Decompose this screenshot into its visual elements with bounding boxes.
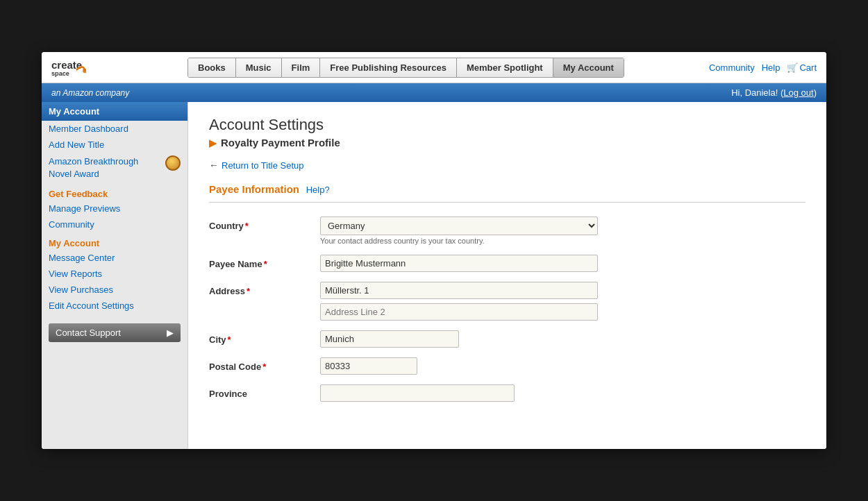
page-title: Account Settings	[209, 116, 806, 134]
contact-support-button[interactable]: Contact Support ▶	[49, 323, 181, 342]
createspace-logo-icon: create space	[51, 58, 86, 77]
breadcrumb: ← Return to Title Setup	[209, 160, 806, 171]
province-field	[320, 384, 598, 402]
city-field-row: City*	[209, 330, 806, 348]
nav-free-publishing[interactable]: Free Publishing Resources	[320, 58, 457, 77]
postal-code-field-row: Postal Code*	[209, 357, 806, 375]
address-field-row: Address*	[209, 282, 806, 321]
nav-my-account[interactable]: My Account	[553, 58, 624, 77]
sidebar-my-account-section: My Account	[42, 232, 187, 250]
blue-banner: an Amazon company Hi, Daniela! (Log out)	[42, 83, 826, 102]
sidebar-manage-previews[interactable]: Manage Previews	[42, 201, 187, 216]
subtitle-arrow-icon: ▶	[209, 137, 217, 148]
browser-window: create space Books Music Film Free Publi…	[42, 52, 826, 449]
logo-img-row: create space	[51, 58, 89, 77]
country-label-text: Country	[209, 221, 244, 231]
award-badge-icon	[165, 155, 181, 173]
main-content: Account Settings ▶ Royalty Payment Profi…	[187, 102, 826, 449]
svg-point-2	[83, 69, 86, 74]
country-required-star: *	[245, 221, 249, 231]
address-required-star: *	[247, 286, 250, 296]
postal-code-required-star: *	[262, 362, 266, 372]
sidebar-view-reports[interactable]: View Reports	[42, 266, 187, 282]
content-area: My Account Member Dashboard Add New Titl…	[42, 102, 826, 449]
cart-label: Cart	[799, 62, 817, 73]
greeting-name: Hi, Daniela!	[731, 87, 778, 98]
country-field: Germany United States United Kingdom Fra…	[320, 216, 598, 245]
postal-code-label-text: Postal Code	[209, 362, 261, 372]
province-label: Province	[209, 384, 320, 399]
payee-name-field	[320, 255, 598, 272]
address-line2-wrapper	[320, 303, 598, 321]
postal-code-field	[320, 357, 598, 375]
address-label-text: Address	[209, 286, 245, 296]
province-label-text: Province	[209, 389, 247, 399]
city-label-text: City	[209, 334, 226, 345]
community-link[interactable]: Community	[709, 62, 755, 73]
page-subtitle-text: Royalty Payment Profile	[221, 137, 340, 148]
city-label: City*	[209, 330, 320, 345]
amazon-award-row: Amazon Breakthrough Novel Award	[42, 153, 187, 183]
nav-music[interactable]: Music	[236, 58, 282, 77]
country-field-row: Country* Germany United States United Ki…	[209, 216, 806, 245]
main-nav-bar: Books Music Film Free Publishing Resourc…	[187, 58, 826, 78]
sidebar-add-new-title[interactable]: Add New Title	[42, 137, 187, 153]
payee-form: Country* Germany United States United Ki…	[209, 216, 806, 402]
sidebar-message-center[interactable]: Message Center	[42, 250, 187, 266]
logo-area: create space	[42, 52, 187, 83]
contact-support-arrow-icon: ▶	[167, 328, 174, 338]
postal-code-input[interactable]	[320, 357, 417, 375]
sidebar-edit-account-settings[interactable]: Edit Account Settings	[42, 298, 187, 314]
amazon-award-link[interactable]: Amazon Breakthrough Novel Award	[49, 155, 161, 180]
address-line1-input[interactable]	[320, 282, 598, 299]
sidebar-community[interactable]: Community	[42, 216, 187, 232]
payee-name-input[interactable]	[320, 255, 598, 272]
province-field-row: Province	[209, 384, 806, 402]
country-label: Country*	[209, 216, 320, 231]
sidebar-member-dashboard[interactable]: Member Dashboard	[42, 121, 187, 137]
payee-name-label: Payee Name*	[209, 255, 320, 269]
payee-name-field-row: Payee Name*	[209, 255, 806, 272]
top-right-links: Community Help 🛒Cart	[709, 62, 826, 73]
payee-help-link[interactable]: Help?	[306, 185, 330, 195]
page-subtitle-row: ▶ Royalty Payment Profile	[209, 137, 806, 148]
payee-name-label-text: Payee Name	[209, 259, 262, 269]
svg-text:space: space	[51, 70, 69, 77]
logout-link[interactable]: Log out	[783, 87, 813, 98]
province-input[interactable]	[320, 384, 515, 402]
address-label: Address*	[209, 282, 320, 296]
address-line2-input[interactable]	[320, 303, 598, 321]
payee-section-label: Payee Information	[209, 183, 299, 195]
amazon-company-label: an Amazon company	[51, 88, 129, 98]
city-field	[320, 330, 598, 348]
address-field	[320, 282, 598, 321]
main-nav-links: Books Music Film Free Publishing Resourc…	[187, 58, 624, 78]
city-input[interactable]	[320, 330, 459, 348]
payee-name-required-star: *	[264, 259, 267, 269]
greeting-text: Hi, Daniela! (Log out)	[731, 87, 817, 98]
sidebar: My Account Member Dashboard Add New Titl…	[42, 102, 187, 449]
nav-books[interactable]: Books	[188, 58, 236, 77]
cart-icon: 🛒	[787, 62, 798, 73]
payee-section-header: Payee Information Help?	[209, 183, 806, 203]
sidebar-get-feedback-header: Get Feedback	[42, 183, 187, 201]
cart-link[interactable]: 🛒Cart	[787, 62, 817, 73]
contact-support-label: Contact Support	[56, 328, 121, 338]
country-select[interactable]: Germany United States United Kingdom Fra…	[320, 216, 598, 235]
help-link[interactable]: Help	[762, 62, 781, 73]
postal-code-label: Postal Code*	[209, 357, 320, 372]
sidebar-my-account-header: My Account	[42, 102, 187, 121]
logo-container: create space	[51, 58, 89, 77]
nav-film[interactable]: Film	[282, 58, 321, 77]
back-arrow-icon: ←	[209, 160, 219, 171]
city-required-star: *	[228, 334, 231, 345]
top-navigation: create space Books Music Film Free Publi…	[42, 52, 826, 83]
return-to-title-setup-link[interactable]: Return to Title Setup	[222, 160, 304, 171]
nav-member-spotlight[interactable]: Member Spotlight	[457, 58, 553, 77]
sidebar-view-purchases[interactable]: View Purchases	[42, 282, 187, 298]
country-hint: Your contact address country is your tax…	[320, 237, 598, 245]
